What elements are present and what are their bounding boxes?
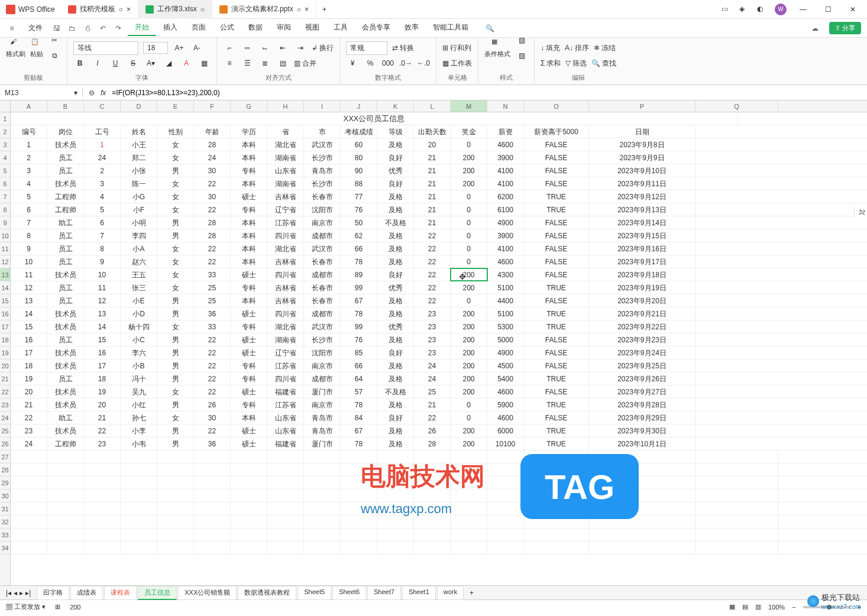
data-cell[interactable]: 66 (341, 359, 377, 372)
data-cell[interactable]: 2 (84, 164, 121, 177)
data-cell[interactable]: 14 (84, 320, 121, 333)
empty-cell[interactable] (47, 450, 84, 463)
empty-cell[interactable] (377, 529, 414, 541)
data-cell[interactable]: 吴九 (121, 385, 157, 398)
data-cell[interactable]: 本科 (231, 138, 267, 151)
data-cell[interactable]: 200 (451, 281, 487, 294)
save-icon[interactable]: 🖫 (51, 22, 63, 34)
data-cell[interactable]: 0 (451, 190, 487, 203)
row-header[interactable]: 16 (0, 307, 10, 320)
data-cell[interactable]: 22 (194, 333, 231, 346)
data-cell[interactable]: 男 (157, 307, 194, 320)
empty-cell[interactable] (194, 516, 231, 528)
data-cell[interactable]: 吉林省 (267, 294, 304, 307)
data-cell[interactable]: 不及格 (377, 385, 414, 398)
data-cell[interactable]: 青岛市 (304, 164, 341, 177)
empty-cell[interactable] (84, 450, 121, 463)
data-cell[interactable]: 17 (84, 359, 121, 372)
data-cell[interactable]: 23 (84, 437, 121, 450)
empty-cell[interactable] (304, 542, 341, 554)
table-style-icon[interactable]: ▧ (515, 34, 528, 47)
data-cell[interactable]: 硕士 (231, 385, 267, 398)
data-cell[interactable]: 6100 (487, 203, 524, 216)
sheet-tab[interactable]: Sheet6 (332, 586, 366, 600)
dec-dec-icon[interactable]: ←.0 (417, 57, 430, 70)
data-cell[interactable]: 四川省 (267, 268, 304, 281)
row-header[interactable]: 18 (0, 333, 10, 346)
data-cell[interactable]: 9 (84, 255, 121, 268)
data-cell[interactable]: 26 (194, 398, 231, 411)
empty-cell[interactable] (157, 489, 194, 502)
data-cell[interactable]: 22 (194, 424, 231, 437)
empty-cell[interactable] (11, 463, 47, 476)
data-cell[interactable]: 4900 (487, 216, 524, 229)
header-cell[interactable]: 学历 (231, 125, 267, 138)
data-cell[interactable]: 30 (194, 164, 231, 177)
data-cell[interactable]: 小D (121, 307, 157, 320)
data-cell[interactable]: 23 (414, 346, 451, 359)
data-cell[interactable]: 女 (157, 190, 194, 203)
data-cell[interactable]: 0 (451, 255, 487, 268)
data-cell[interactable]: 沈阳市 (304, 203, 341, 216)
empty-cell[interactable] (377, 516, 414, 528)
data-cell[interactable]: 员工 (47, 229, 84, 242)
data-cell[interactable]: 21 (414, 398, 451, 411)
data-cell[interactable]: 22 (414, 242, 451, 255)
side-panel-hint[interactable]: 2( (854, 207, 867, 218)
empty-cell[interactable] (47, 463, 84, 476)
header-cell[interactable]: 工号 (84, 125, 121, 138)
row-header[interactable]: 10 (0, 229, 10, 242)
data-cell[interactable]: 28 (194, 229, 231, 242)
header-cell[interactable]: 考核成绩 (341, 125, 377, 138)
data-cell[interactable]: 200 (451, 320, 487, 333)
bold-button[interactable]: B (73, 57, 86, 70)
data-cell[interactable]: FALSE (524, 255, 589, 268)
font-color-icon[interactable]: A (180, 57, 193, 70)
row-header[interactable]: 8 (0, 203, 10, 216)
data-cell[interactable]: 不及格 (377, 216, 414, 229)
data-cell[interactable]: 24 (84, 151, 121, 164)
data-cell[interactable]: 女 (157, 411, 194, 424)
empty-cell[interactable] (121, 502, 157, 515)
data-cell[interactable]: 陈一 (121, 177, 157, 190)
empty-cell[interactable] (377, 542, 414, 554)
empty-cell[interactable] (304, 463, 341, 476)
data-cell[interactable]: 专科 (231, 281, 267, 294)
empty-cell[interactable] (695, 516, 778, 528)
data-cell[interactable]: 22 (194, 346, 231, 359)
data-cell[interactable]: 28 (414, 437, 451, 450)
search-icon[interactable]: 🔍 (484, 22, 496, 34)
data-cell[interactable]: 200 (451, 437, 487, 450)
data-cell[interactable]: 小李 (121, 424, 157, 437)
data-cell[interactable]: 李四 (121, 229, 157, 242)
italic-button[interactable]: I (91, 57, 104, 70)
empty-cell[interactable] (84, 502, 121, 515)
data-cell[interactable]: 南京市 (304, 398, 341, 411)
menu-item[interactable]: 视图 (298, 20, 326, 36)
column-header[interactable]: O (524, 100, 589, 112)
data-cell[interactable]: 员工 (47, 242, 84, 255)
empty-cell[interactable] (695, 489, 778, 502)
column-header[interactable]: G (231, 100, 267, 112)
data-cell[interactable]: 长沙市 (304, 177, 341, 190)
data-cell[interactable]: 200 (451, 268, 487, 281)
sheet-nav-prev-icon[interactable]: ◂ (14, 589, 17, 597)
data-cell[interactable]: 2023年9月16日 (589, 242, 695, 255)
data-cell[interactable]: 优秀 (377, 320, 414, 333)
data-cell[interactable]: 78 (341, 398, 377, 411)
data-cell[interactable]: 24 (414, 359, 451, 372)
empty-cell[interactable] (11, 476, 47, 489)
column-header[interactable]: N (487, 100, 524, 112)
data-cell[interactable]: 62 (341, 229, 377, 242)
empty-cell[interactable] (524, 529, 589, 541)
name-box[interactable]: M13▾ (0, 89, 83, 97)
data-cell[interactable]: 16 (84, 346, 121, 359)
data-cell[interactable]: 员工 (47, 294, 84, 307)
data-cell[interactable]: TRUE (524, 398, 589, 411)
data-cell[interactable]: 4300 (487, 268, 524, 281)
empty-cell[interactable] (267, 450, 304, 463)
data-cell[interactable]: 200 (451, 424, 487, 437)
empty-cell[interactable] (304, 476, 341, 489)
sort-button[interactable]: A↓ 排序 (565, 43, 589, 53)
data-cell[interactable]: 89 (341, 268, 377, 281)
